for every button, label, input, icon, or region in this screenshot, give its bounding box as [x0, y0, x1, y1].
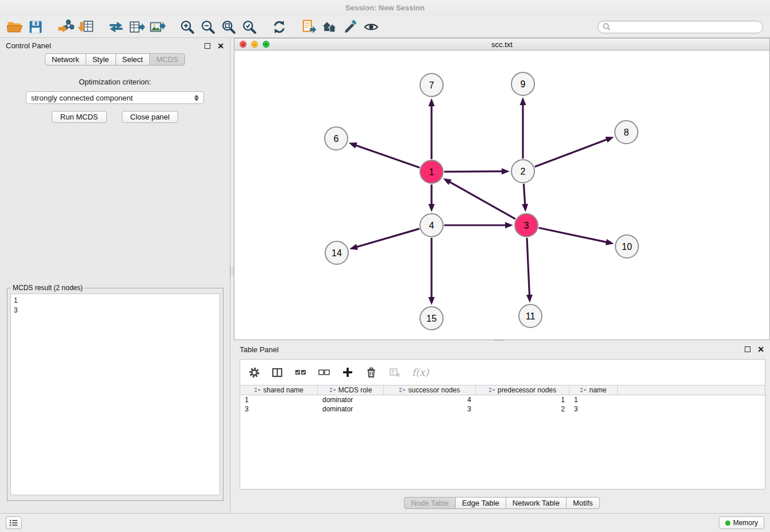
- save-disk-icon: [28, 19, 44, 35]
- zoom-out-button[interactable]: [198, 18, 218, 36]
- graph-edge-1-7[interactable]: [429, 98, 435, 159]
- home-icon: [321, 18, 338, 36]
- graph-node-1[interactable]: 1: [420, 160, 443, 183]
- tab-network-table[interactable]: Network Table: [506, 497, 567, 509]
- import-network-button[interactable]: [55, 18, 76, 36]
- gear-icon: [248, 367, 260, 379]
- run-mcds-button[interactable]: Run MCDS: [52, 111, 107, 123]
- zoom-fit-button[interactable]: [218, 18, 239, 36]
- column-header-mcds-role[interactable]: MCDS role: [318, 385, 384, 395]
- close-panel-button[interactable]: Close panel: [122, 111, 179, 123]
- table-row[interactable]: 1dominator411: [240, 395, 765, 404]
- export-table-button[interactable]: [126, 18, 147, 36]
- tab-style[interactable]: Style: [86, 53, 116, 65]
- graph-edge-1-2[interactable]: [444, 168, 510, 175]
- graph-node-10[interactable]: 10: [615, 235, 638, 258]
- float-table-panel-icon[interactable]: [745, 346, 750, 352]
- graph-node-11[interactable]: 11: [519, 304, 542, 327]
- float-panel-icon[interactable]: [205, 43, 210, 49]
- vertical-splitter-handle[interactable]: [230, 267, 233, 276]
- minimize-window-icon[interactable]: −: [251, 41, 258, 48]
- svg-text:9: 9: [521, 79, 526, 89]
- graph-node-4[interactable]: 4: [420, 214, 443, 237]
- window-titlebar: Session: New Session: [0, 0, 770, 16]
- show-graphics-button[interactable]: [361, 18, 382, 36]
- graph-edge-4-3[interactable]: [444, 222, 513, 229]
- close-table-panel-icon[interactable]: ✕: [757, 345, 764, 353]
- task-history-button[interactable]: [6, 516, 22, 529]
- memory-button[interactable]: Memory: [719, 516, 764, 529]
- table-row[interactable]: 3dominator323: [240, 404, 765, 414]
- graph-node-6[interactable]: 6: [325, 127, 348, 150]
- table-settings-button[interactable]: [248, 367, 260, 379]
- style-brush-button[interactable]: [340, 18, 361, 36]
- network-canvas[interactable]: 7968124310141511: [234, 51, 769, 340]
- zoom-in-button[interactable]: [177, 18, 198, 36]
- graph-edge-3-10[interactable]: [539, 228, 614, 245]
- tab-motifs[interactable]: Motifs: [566, 497, 600, 509]
- svg-text:15: 15: [426, 314, 437, 323]
- refresh-view-button[interactable]: [269, 18, 290, 36]
- deselect-all-rows-button[interactable]: [318, 366, 330, 379]
- mcds-result-legend: MCDS result (2 nodes): [11, 284, 84, 292]
- home-button[interactable]: [319, 18, 340, 36]
- select-columns-button[interactable]: [271, 367, 283, 379]
- import-table-button[interactable]: [76, 18, 97, 36]
- export-image-icon: [149, 18, 166, 36]
- graph-edge-3-11[interactable]: [526, 238, 533, 303]
- graph-node-15[interactable]: 15: [420, 307, 443, 330]
- tab-node-table[interactable]: Node Table: [404, 497, 456, 509]
- graph-edge-2-9[interactable]: [520, 97, 526, 159]
- export-image-button[interactable]: [147, 18, 168, 36]
- table-cell: dominator: [318, 395, 384, 404]
- column-header-name[interactable]: name: [569, 385, 618, 395]
- search-box[interactable]: [598, 21, 763, 33]
- zoom-selected-button[interactable]: [239, 18, 260, 36]
- zoom-fit-icon: [221, 19, 237, 35]
- search-input[interactable]: [611, 23, 759, 31]
- svg-text:8: 8: [624, 128, 629, 137]
- delete-column-button[interactable]: [365, 366, 378, 379]
- add-column-button[interactable]: [341, 366, 354, 379]
- graph-edge-4-14[interactable]: [349, 229, 419, 250]
- eye-icon: [363, 19, 379, 35]
- tab-mcds[interactable]: MCDS: [149, 53, 185, 65]
- column-header-successor-nodes[interactable]: successor nodes: [384, 385, 476, 395]
- close-panel-icon[interactable]: ✕: [217, 42, 224, 50]
- column-header-shared-name[interactable]: shared name: [240, 385, 318, 395]
- optimization-label: Optimization criterion:: [0, 78, 230, 86]
- open-session-button[interactable]: [5, 18, 25, 36]
- delete-table-icon: [388, 366, 401, 379]
- table-cell: 3: [240, 404, 318, 414]
- select-all-rows-button[interactable]: [294, 366, 307, 379]
- graph-edge-1-6[interactable]: [349, 142, 420, 168]
- graph-node-7[interactable]: 7: [420, 74, 443, 97]
- tab-select[interactable]: Select: [116, 53, 150, 65]
- network-arrows-button[interactable]: [106, 18, 126, 36]
- save-session-button[interactable]: [25, 18, 46, 36]
- column-header-predecessor-nodes[interactable]: predecessor nodes: [476, 385, 569, 395]
- open-folder-icon: [6, 18, 24, 36]
- graph-edge-2-8[interactable]: [535, 137, 614, 167]
- graph-node-9[interactable]: 9: [511, 72, 534, 95]
- maximize-window-icon[interactable]: +: [263, 41, 270, 48]
- close-window-icon[interactable]: ✕: [240, 41, 247, 48]
- table-cell: 2: [476, 404, 569, 414]
- graph-node-2[interactable]: 2: [511, 160, 534, 183]
- criterion-dropdown[interactable]: strongly connected component: [26, 91, 204, 104]
- tab-network[interactable]: Network: [45, 53, 86, 65]
- graph-edge-3-1[interactable]: [443, 178, 515, 219]
- graph-node-14[interactable]: 14: [325, 241, 348, 264]
- copy-view-button[interactable]: [299, 18, 319, 36]
- copy-document-icon: [301, 18, 318, 36]
- function-builder-button[interactable]: f(x): [412, 367, 429, 378]
- table-cell: 1: [240, 395, 318, 404]
- delete-table-button[interactable]: [388, 366, 401, 379]
- svg-text:2: 2: [521, 167, 526, 176]
- graph-node-8[interactable]: 8: [615, 121, 638, 144]
- graph-edge-4-15[interactable]: [429, 238, 435, 305]
- graph-edge-1-4[interactable]: [429, 184, 435, 212]
- graph-node-3[interactable]: 3: [515, 214, 538, 237]
- tab-edge-table[interactable]: Edge Table: [455, 497, 506, 509]
- graph-edge-2-3[interactable]: [522, 184, 528, 212]
